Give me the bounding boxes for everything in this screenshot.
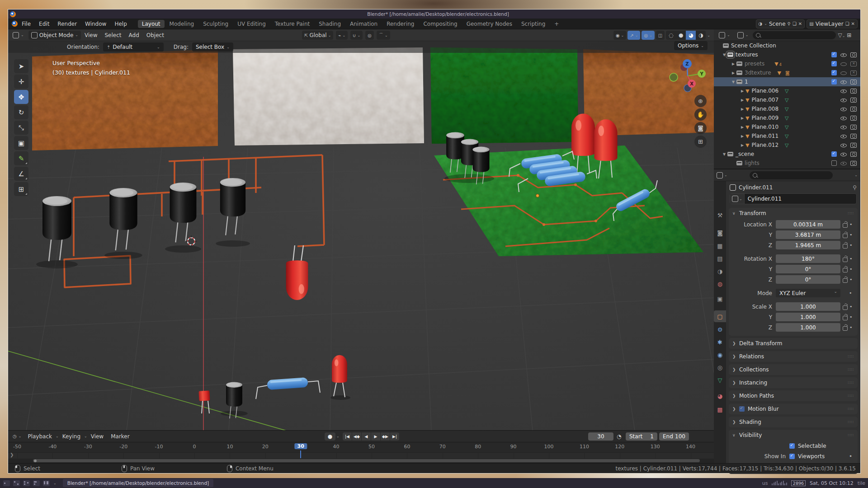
camera-icon[interactable]	[850, 52, 857, 57]
cpu-tray-icon[interactable]	[772, 481, 787, 485]
proportional-editing-button[interactable]: ◎	[365, 31, 374, 40]
drag-grip-icon[interactable]: ∷∷	[848, 420, 854, 424]
editor-type-button[interactable]: ⌄	[10, 31, 27, 40]
taskbar-window-button[interactable]: Blender* [/home/amalie/Desktop/blender/e…	[63, 479, 214, 487]
tab-geometry-nodes[interactable]: Geometry Nodes	[462, 20, 516, 28]
menu-marker[interactable]: Marker	[107, 433, 133, 440]
motion-paths-panel[interactable]: ❯Motion Paths∷∷	[729, 390, 858, 401]
tool-annotate[interactable]: ✎	[14, 151, 28, 165]
pin-icon[interactable]: ⚲	[853, 184, 857, 191]
lock-icon[interactable]	[843, 316, 848, 320]
expand-icon[interactable]: ▼	[730, 80, 736, 84]
properties-search-input[interactable]	[750, 171, 833, 179]
ruler-tick[interactable]: 60	[404, 444, 410, 450]
tab-sculpting[interactable]: Sculpting	[199, 20, 232, 28]
tool-scale[interactable]: ⤡	[14, 121, 28, 135]
tab-texture[interactable]: ▩	[714, 404, 726, 415]
eye-icon[interactable]	[840, 97, 847, 103]
display-mode-button[interactable]: ⌄	[735, 31, 751, 40]
drag-grip-icon[interactable]: ∷∷	[848, 211, 854, 216]
camera-icon[interactable]	[850, 152, 857, 157]
workspace-icon[interactable]	[43, 480, 50, 486]
location-x-field[interactable]: 0.00314 m	[776, 220, 840, 229]
viewports-checkbox[interactable]	[789, 454, 795, 459]
add-workspace-button[interactable]: +	[550, 20, 563, 28]
end-frame-field[interactable]: End100	[659, 432, 689, 441]
expand-icon[interactable]: ▼	[721, 53, 727, 57]
menu-keying[interactable]: Keying	[59, 433, 84, 440]
viewlayer-selector[interactable]: ▤ ViewLayer ❏ ✕	[807, 19, 858, 28]
menu-render[interactable]: Render	[53, 21, 81, 27]
tab-tool[interactable]: ⚒	[714, 209, 726, 221]
show-hide-button[interactable]: ◉⌄	[613, 31, 626, 40]
tab-compositing[interactable]: Compositing	[419, 20, 461, 28]
transform-panel-header[interactable]: ∨Transform ∷∷	[729, 208, 858, 219]
chevron-down-icon[interactable]: ⌄	[854, 173, 858, 177]
options-dropdown[interactable]: Options ⌄	[674, 41, 708, 50]
eye-icon[interactable]	[840, 79, 847, 85]
new-viewlayer-icon[interactable]: ❏	[845, 21, 849, 26]
camera-icon[interactable]	[850, 116, 857, 121]
3d-viewport[interactable]: Z Y X ⌄ Object Mode ⌄	[8, 29, 714, 430]
menu-object[interactable]: Object	[143, 32, 168, 38]
properties-editor[interactable]: ⌄ ⌄ ⚒ ◙ ▦ ▤ ◑ ◍ ▣ ▢ ⚙ ✱ ◉ ◎	[714, 169, 860, 463]
collection-checkbox[interactable]	[831, 52, 837, 57]
tab-output[interactable]: ▦	[714, 240, 726, 252]
ruler-tick[interactable]: 30	[295, 443, 307, 449]
rotation-mode-dropdown[interactable]: XYZ Euler	[776, 289, 840, 297]
expand-icon[interactable]: ▶	[730, 71, 736, 75]
tab-scene[interactable]: ◑	[714, 265, 726, 277]
outliner-row-3dtexture[interactable]: ▶ 3dtexture ▼◙	[714, 68, 860, 77]
camera-icon[interactable]	[850, 107, 857, 112]
eye-icon[interactable]	[840, 106, 847, 112]
drag-grip-icon[interactable]: ∷∷	[848, 354, 854, 359]
viewport-scene[interactable]: Z Y X	[8, 29, 714, 430]
menu-view[interactable]: View	[81, 32, 101, 38]
camera-icon[interactable]	[850, 98, 857, 103]
tab-modifiers[interactable]: ⚙	[714, 324, 726, 335]
timeline-editor-type-button[interactable]: ◷ ⌄	[10, 432, 24, 441]
preview-range-icon[interactable]: ◔	[617, 433, 621, 440]
rotation-y-field[interactable]: 0°	[776, 265, 840, 273]
selectable-checkbox[interactable]	[789, 443, 795, 449]
camera-icon[interactable]	[850, 125, 857, 130]
expand-icon[interactable]: ▶	[739, 98, 745, 102]
eye-icon[interactable]	[840, 52, 847, 58]
titlebar[interactable]: Blender* [/home/amalie/Desktop/blender/e…	[8, 9, 860, 19]
tray-counter[interactable]: 2896	[791, 480, 806, 486]
expand-icon[interactable]: ▼	[721, 152, 727, 156]
menu-help[interactable]: Help	[110, 21, 131, 27]
axis-ball-neg-y[interactable]	[670, 73, 678, 81]
next-keyframe-button[interactable]: ◆▶	[381, 432, 390, 441]
expand-icon[interactable]: ▶	[730, 62, 736, 66]
ruler-tick[interactable]: 120	[615, 444, 624, 450]
keyboard-layout-indicator[interactable]: us	[762, 480, 768, 486]
shading-solid-button[interactable]: ●	[676, 31, 686, 40]
chevron-down-icon[interactable]: ⌄	[707, 33, 710, 38]
camera-icon[interactable]	[850, 80, 857, 84]
tab-view-layer[interactable]: ▤	[714, 253, 726, 264]
ruler-tick[interactable]: 130	[651, 444, 660, 450]
location-y-field[interactable]: 3.6817 m	[776, 230, 840, 239]
tab-texture-paint[interactable]: Texture Paint	[271, 20, 314, 28]
outliner-row-plane010[interactable]: ▶▼ Plane.010▽	[714, 122, 860, 131]
new-collection-button[interactable]: ⊞	[847, 32, 851, 38]
new-scene-icon[interactable]: ❏	[793, 21, 797, 26]
taskbar-clock[interactable]: Sat, 05 Oct 10:12	[810, 480, 854, 486]
animate-dot[interactable]: •	[849, 221, 853, 227]
drag-dropdown[interactable]: Select Box ⌄	[192, 42, 233, 52]
tab-world[interactable]: ◍	[714, 278, 726, 290]
snap-button[interactable]: ∪⌄	[350, 31, 363, 40]
xray-toggle[interactable]: ◫	[656, 31, 665, 40]
tab-material[interactable]: ◕	[714, 390, 726, 402]
tab-scripting[interactable]: Scripting	[517, 20, 549, 28]
relations-panel[interactable]: ❯Relations∷∷	[729, 351, 858, 362]
tool-cursor[interactable]: ✛	[14, 75, 28, 89]
tab-render[interactable]: ◙	[714, 227, 726, 239]
tab-animation[interactable]: Animation	[346, 20, 382, 28]
workspace-icon[interactable]	[33, 480, 40, 486]
tab-object-data[interactable]: ▽	[714, 374, 726, 386]
workspace-icon[interactable]	[3, 480, 10, 486]
ruler-tick[interactable]: 110	[580, 444, 589, 450]
lock-icon[interactable]	[843, 223, 848, 228]
